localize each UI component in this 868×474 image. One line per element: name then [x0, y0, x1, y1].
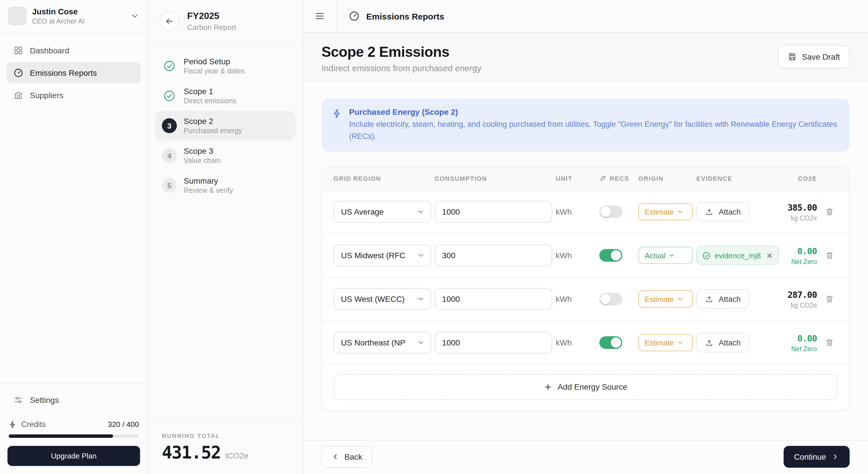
step-scope-1[interactable]: Scope 1 Direct emissions — [155, 81, 296, 111]
upgrade-plan-button[interactable]: Upgrade Plan — [7, 446, 140, 466]
bolt-icon — [332, 108, 342, 143]
step-label: Summary — [184, 176, 233, 185]
chevron-down-icon — [417, 252, 425, 260]
check-circle-icon — [702, 251, 711, 260]
back-button[interactable]: Back — [321, 446, 372, 468]
sidebar-item-label: Dashboard — [30, 45, 69, 55]
recs-toggle[interactable] — [599, 206, 622, 218]
page-title: Scope 2 Emissions — [321, 43, 482, 60]
hamburger-menu-button[interactable] — [303, 0, 337, 32]
co2e-cell: 385.00 kg CO2e — [787, 202, 817, 222]
delete-row-button[interactable] — [822, 248, 838, 264]
header-recs: RECS — [599, 175, 635, 182]
user-menu[interactable]: Justin Cose CEO at Archer AI — [0, 0, 148, 33]
sidebar-item-emissions-reports[interactable]: Emissions Reports — [7, 62, 141, 83]
table-header-row: Grid Region Consumption Unit RECS Origin… — [322, 167, 849, 191]
grid-icon — [13, 45, 24, 55]
sidebar-nav: Dashboard Emissions Reports Suppliers — [0, 33, 148, 113]
continue-button[interactable]: Continue — [784, 446, 849, 468]
user-name: Justin Cose — [32, 7, 125, 16]
consumption-input[interactable] — [435, 201, 552, 223]
co2e-cell: 0.00 Net Zero — [792, 334, 817, 352]
leaf-icon — [599, 175, 607, 182]
energy-sources-table: Grid Region Consumption Unit RECS Origin… — [321, 166, 849, 411]
energy-row-1: US Average kWh Estimate Attach — [322, 191, 849, 234]
upload-icon — [705, 295, 714, 304]
remove-evidence-icon[interactable] — [766, 252, 773, 259]
sidebar-bottom: Settings Credits 320 / 400 Upgrade Plan — [0, 383, 148, 474]
origin-select[interactable]: Estimate — [639, 291, 693, 308]
delete-row-button[interactable] — [822, 335, 838, 351]
header-evidence: Evidence — [696, 175, 781, 182]
credits-progress-fill — [9, 434, 113, 438]
sidebar-item-dashboard[interactable]: Dashboard — [7, 40, 141, 61]
consumption-input[interactable] — [435, 245, 552, 266]
consumption-input[interactable] — [435, 332, 552, 354]
sidebar-item-label: Suppliers — [30, 90, 63, 100]
grid-region-select[interactable]: US West (WECC) — [334, 288, 431, 310]
step-label: Period Setup — [184, 57, 245, 66]
chevron-left-icon — [331, 453, 339, 461]
avatar — [8, 7, 26, 25]
user-role: CEO at Archer AI — [32, 17, 125, 25]
sidebar-item-suppliers[interactable]: Suppliers — [7, 84, 141, 105]
origin-select[interactable]: Actual — [639, 247, 693, 264]
attach-evidence-button[interactable]: Attach — [696, 202, 749, 222]
attach-evidence-button[interactable]: Attach — [696, 333, 749, 353]
recs-toggle[interactable] — [599, 337, 622, 349]
running-total-label: RUNNING TOTAL — [162, 432, 289, 439]
step-scope-2[interactable]: 3 Scope 2 Purchased energy — [155, 111, 296, 140]
wizard-back-button[interactable] — [160, 11, 179, 31]
energy-row-4: US Northeast (NP kWh Estimate Attach — [322, 321, 849, 365]
running-total-panel: RUNNING TOTAL 431.52 tCO2e — [148, 423, 303, 474]
grid-region-select[interactable]: US Northeast (NP — [334, 332, 431, 354]
toggle-knob — [600, 294, 611, 305]
page-header: Scope 2 Emissions Indirect emissions fro… — [303, 33, 868, 82]
save-draft-button[interactable]: Save Draft — [778, 45, 849, 68]
header-grid-region: Grid Region — [334, 175, 431, 182]
credits-row: Credits 320 / 400 — [7, 420, 141, 429]
attach-evidence-button[interactable]: Attach — [696, 289, 749, 309]
step-number-badge: 3 — [162, 118, 177, 133]
grid-region-select[interactable]: US Average — [334, 201, 431, 223]
step-number-badge: 4 — [162, 148, 177, 163]
header-co2e: CO2E — [798, 175, 817, 182]
add-row: Add Energy Source — [322, 365, 849, 410]
building-icon — [13, 90, 24, 100]
toggle-knob — [611, 338, 621, 348]
sidebar-item-settings[interactable]: Settings — [7, 388, 141, 412]
step-label: Scope 3 — [184, 146, 221, 156]
chevron-down-icon — [668, 252, 675, 259]
step-number-badge: 5 — [162, 178, 177, 193]
settings-label: Settings — [30, 396, 59, 405]
delete-row-button[interactable] — [822, 204, 838, 220]
origin-select[interactable]: Estimate — [639, 203, 693, 221]
evidence-chip[interactable]: evidence_mj8... — [696, 246, 779, 265]
toggle-knob — [611, 251, 621, 261]
delete-row-button[interactable] — [822, 291, 838, 307]
step-period-setup[interactable]: Period Setup Fiscal year & dates — [155, 51, 296, 81]
chevron-down-icon — [417, 208, 425, 216]
add-energy-source-button[interactable]: Add Energy Source — [334, 374, 838, 400]
check-circle-icon — [162, 88, 177, 103]
consumption-input[interactable] — [435, 288, 552, 310]
chevron-down-icon — [417, 295, 425, 303]
banner-body: Include electricity, steam, heating, and… — [349, 119, 839, 143]
wizard-header: FY2025 Carbon Report — [148, 0, 303, 43]
origin-select[interactable]: Estimate — [639, 334, 693, 351]
step-sub: Value chain — [184, 157, 221, 165]
header-unit: Unit — [556, 175, 596, 182]
step-summary[interactable]: 5 Summary Review & verify — [155, 170, 296, 200]
grid-region-select[interactable]: US Midwest (RFC — [334, 245, 431, 266]
step-sub: Direct emissions — [184, 97, 236, 105]
credits-value: 320 / 400 — [108, 420, 139, 429]
recs-toggle[interactable] — [599, 249, 622, 262]
chevron-right-icon — [831, 453, 839, 461]
header-origin: Origin — [639, 175, 693, 182]
recs-toggle[interactable] — [599, 293, 622, 306]
step-scope-3[interactable]: 4 Scope 3 Value chain — [155, 140, 296, 170]
evidence-filename: evidence_mj8... — [715, 251, 762, 260]
plus-icon — [544, 383, 553, 391]
chevron-down-icon — [417, 339, 425, 347]
toggle-knob — [600, 207, 611, 217]
